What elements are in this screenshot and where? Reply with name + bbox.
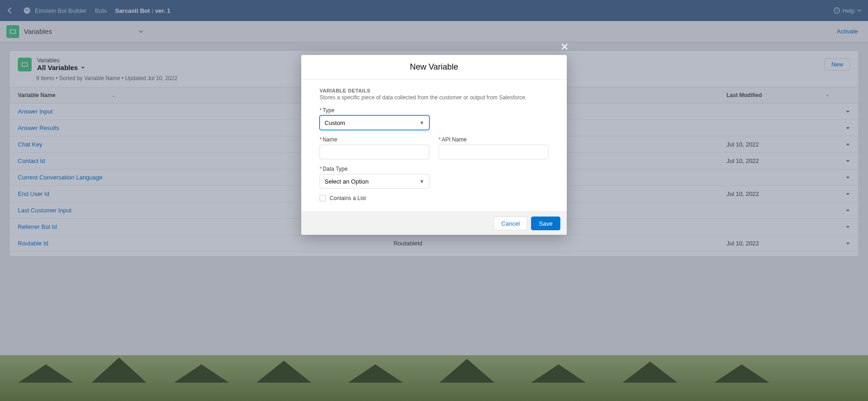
caret-down-icon: ▼ — [419, 179, 424, 184]
data-type-label: Data Type — [323, 166, 347, 172]
contains-list-label: Contains a List — [330, 195, 366, 201]
type-select-value: Custom — [325, 119, 345, 126]
api-name-label: API Name — [442, 136, 467, 143]
save-button[interactable]: Save — [531, 217, 560, 230]
data-type-select-value: Select an Option — [325, 178, 369, 185]
cancel-button[interactable]: Cancel — [494, 217, 527, 230]
modal-title: New Variable — [301, 55, 567, 80]
name-label: Name — [323, 136, 337, 143]
modal-backdrop: ✕ New Variable VARIABLE DETAILS Stores a… — [0, 0, 868, 401]
variable-details-desc: Stores a specific piece of data collecte… — [320, 94, 548, 101]
variable-details-label: VARIABLE DETAILS — [320, 88, 548, 93]
new-variable-modal: ✕ New Variable VARIABLE DETAILS Stores a… — [301, 55, 567, 235]
caret-down-icon: ▼ — [419, 120, 424, 125]
type-select[interactable]: Custom ▼ — [320, 115, 429, 130]
data-type-select[interactable]: Select an Option ▼ — [320, 174, 429, 189]
close-icon[interactable]: ✕ — [560, 42, 569, 52]
api-name-input[interactable] — [439, 145, 548, 159]
type-label: Type — [323, 107, 335, 114]
name-input[interactable] — [320, 145, 429, 159]
contains-list-checkbox[interactable] — [320, 195, 326, 201]
